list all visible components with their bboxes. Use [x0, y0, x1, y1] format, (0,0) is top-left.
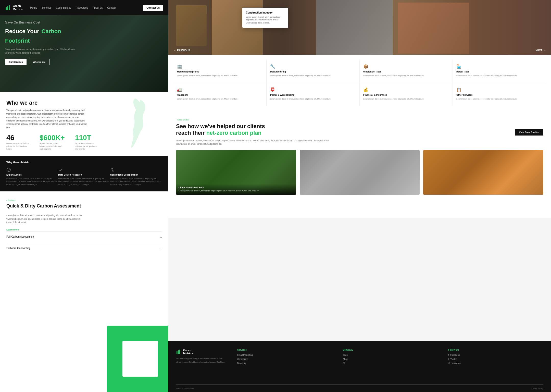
footer-link-all[interactable]: All	[343, 362, 438, 364]
case-img-1[interactable]: Client Name Goes Here Lorem ipsum dolor …	[176, 150, 296, 195]
nz-map	[112, 97, 163, 153]
retail-desc: Lorem ipsum dolor sit amet, consectetur …	[456, 74, 542, 77]
service-grid-item-7: 📋 Other Services Lorem ipsum dolor sit a…	[453, 83, 546, 106]
case-title: See how we've helped our clients reach t…	[176, 123, 543, 137]
wholesale-title: Wholesale Trade	[363, 70, 449, 73]
view-case-studies-button[interactable]: View Case Studies	[515, 129, 543, 136]
manufacturing-icon: 🔧	[270, 64, 356, 69]
wholesale-icon: 📦	[363, 64, 449, 69]
collab-title: Continuous Collaboration	[110, 174, 162, 176]
other-services-desc: Lorem ipsum dolor sit amet, consectetur …	[456, 97, 542, 100]
footer-tagline: The advantage of hiring a workspace with…	[176, 357, 227, 364]
service-item-software[interactable]: Software Onboarding +	[6, 243, 162, 254]
prev-arrow-label: PREVIOUS	[177, 49, 190, 52]
footer-services-title: Services	[237, 349, 332, 351]
case-img-3[interactable]	[423, 150, 543, 195]
service-item-full-toggle[interactable]: +	[160, 235, 162, 239]
service-item-software-toggle[interactable]: +	[160, 247, 162, 251]
construction-card: Construction Industry Lorem ipsum dolor …	[242, 8, 288, 28]
white-rect-2	[125, 341, 145, 361]
data-desc: Lorem ipsum dolor sit amet, consectetur …	[58, 177, 110, 186]
nav-link-resources[interactable]: Resources	[76, 6, 88, 9]
learn-more-link[interactable]: Learn more	[6, 228, 19, 231]
stat-businesses-num: 46	[6, 134, 29, 142]
hero-content: Save On Business Cost Reduce Your Carbon…	[5, 20, 77, 65]
next-arrow[interactable]: NEXT →	[535, 49, 546, 52]
nav-link-case-studies[interactable]: Case Studies	[56, 6, 71, 9]
why-col-data: Data Driven Research Lorem ipsum dolor s…	[58, 167, 110, 186]
stat-savings: $600K+ Amount we've helped businesses sa…	[40, 134, 65, 151]
case-title-green: net-zero carbon plan	[206, 130, 261, 136]
footer-twitter[interactable]: t Twitter	[448, 358, 543, 360]
case-images: Client Name Goes Here Lorem ipsum dolor …	[176, 150, 543, 195]
nav-link-about[interactable]: About us	[93, 6, 103, 9]
collab-desc: Lorem ipsum dolor sit amet, consectetur …	[110, 177, 162, 186]
service-grid-item-3: 🏪 Retail Trade Lorem ipsum dolor sit ame…	[453, 60, 546, 83]
who-we-are-button[interactable]: Who we are	[29, 59, 49, 65]
medium-enterprises-icon: 🏢	[177, 64, 263, 69]
footer-bottom: Terms & Conditions Privacy Policy	[176, 384, 543, 389]
wholesale-desc: Lorem ipsum dolor sit amet, consectetur …	[363, 74, 449, 77]
twitter-text: Twitter	[450, 358, 457, 360]
svg-rect-0	[6, 7, 7, 10]
nav: GreenMetrics Home Services Case Studies …	[0, 0, 168, 15]
who-we-are-section: Who we are We specialize in helping busi…	[0, 92, 168, 156]
terms-link[interactable]: Terms & Conditions	[176, 387, 194, 389]
nav-links: Home Services Case Studies Resources Abo…	[30, 6, 143, 9]
service-item-full-title: Full Carbon Assessment	[6, 235, 34, 238]
our-services-button[interactable]: Our Services	[5, 59, 27, 65]
footer-link-branding[interactable]: Branding	[237, 362, 332, 364]
footer-instagram[interactable]: ◎ Instagram	[448, 362, 543, 364]
case-studies-section: - Case Studies See how we've helped our …	[168, 111, 551, 218]
nav-link-home[interactable]: Home	[30, 6, 37, 9]
nav-link-contact[interactable]: Contact	[107, 6, 116, 9]
postal-desc: Lorem ipsum dolor sit amet, consectetur …	[270, 97, 356, 100]
services-main-title: Quick & Dirty Carbon Assessment	[6, 203, 162, 209]
hero-description: Save your business money by creating a c…	[5, 48, 77, 55]
case-img-1-desc: Lorem ipsum dolor sit amet, consectetur …	[179, 190, 294, 192]
service-graphic	[107, 315, 168, 392]
case-img-2[interactable]	[300, 150, 420, 195]
nav-logo-text: GreenMetrics	[13, 4, 23, 11]
data-icon	[58, 167, 63, 172]
svg-rect-2	[9, 5, 10, 10]
privacy-link[interactable]: Privacy Policy	[531, 387, 543, 389]
why-col-collab: Continuous Collaboration Lorem ipsum dol…	[110, 167, 162, 186]
footer-link-chair[interactable]: Chair	[343, 358, 438, 360]
footer-link-beds[interactable]: Beds	[343, 354, 438, 356]
nav-arrows: ← PREVIOUS NEXT →	[168, 49, 551, 52]
financial-title: Financial & Insurance	[363, 94, 449, 96]
expert-icon	[6, 167, 11, 172]
services-section: - Services Quick & Dirty Carbon Assessme…	[0, 191, 168, 392]
footer-facebook[interactable]: f Facebook	[448, 354, 543, 356]
footer-logo-text: GreenMetrics	[183, 349, 193, 355]
footer-follow-col: Follow Us f Facebook t Twitter ◎ Instagr…	[448, 349, 543, 384]
hero-title: Reduce Your Carbon Footprint	[5, 26, 77, 45]
footer-link-campaigns[interactable]: Campaigns	[237, 358, 332, 360]
collab-icon	[110, 167, 115, 172]
service-grid-item-5: 📮 Postal & Warehousing Lorem ipsum dolor…	[267, 83, 360, 106]
transport-title: Transport	[177, 94, 263, 96]
right-panel: Construction Industry Lorem ipsum dolor …	[168, 0, 551, 392]
footer-company-title: Company	[343, 349, 438, 351]
construction-card-desc: Lorem ipsum dolor sit amet, consectetur …	[246, 16, 285, 24]
footer-link-email-marketing[interactable]: Email Marketing	[237, 354, 332, 356]
service-grid-item-6: 💰 Financial & Insurance Lorem ipsum dolo…	[360, 83, 453, 106]
footer-company-col: Company Beds Chair All	[343, 349, 438, 384]
nav-contact-button[interactable]: Contact us	[143, 5, 163, 11]
instagram-icon: ◎	[448, 362, 450, 364]
footer-brand: GreenMetrics The advantage of hiring a w…	[176, 349, 227, 384]
why-columns: Expert Advice Lorem ipsum dolor sit amet…	[6, 167, 162, 186]
svg-rect-1	[7, 6, 8, 10]
who-description: We specialize in helping businesses achi…	[6, 109, 88, 130]
construction-img-left	[176, 5, 207, 46]
nav-link-services[interactable]: Services	[42, 6, 51, 9]
construction-img-right	[316, 0, 393, 55]
transport-icon: 🚛	[177, 87, 263, 92]
service-item-full[interactable]: Full Carbon Assessment +	[6, 231, 162, 243]
construction-card-title: Construction Industry	[246, 11, 285, 14]
prev-arrow[interactable]: ← PREVIOUS	[173, 49, 190, 52]
case-img-1-name: Client Name Goes Here	[179, 186, 294, 189]
hero-title-white: Reduce Your	[5, 28, 39, 34]
other-services-title: Other Services	[456, 94, 542, 96]
